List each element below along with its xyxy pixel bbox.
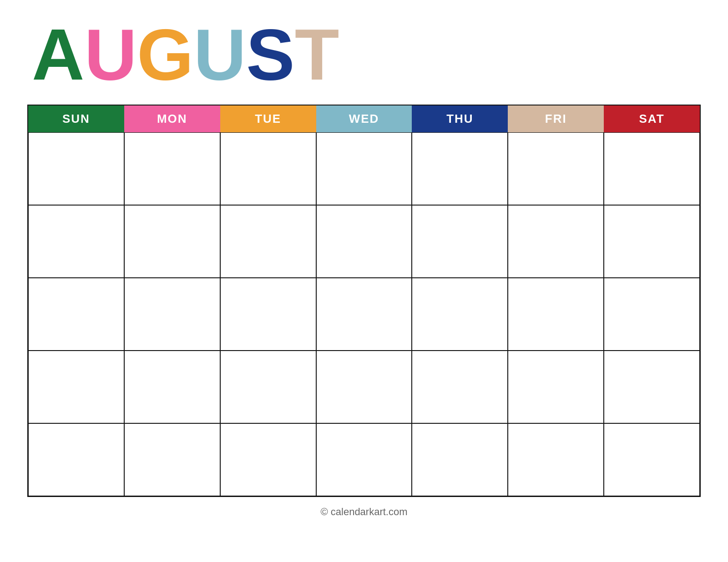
cell-r1c4[interactable] xyxy=(316,132,412,205)
calendar: SUN MON TUE WED THU FRI SAT xyxy=(27,105,701,497)
header-sat: SAT xyxy=(604,105,700,132)
cell-r1c5[interactable] xyxy=(412,132,508,205)
footer-text: © calendarkart.com xyxy=(320,506,407,517)
letter-G: G xyxy=(137,18,193,91)
cell-r2c2[interactable] xyxy=(124,205,220,278)
cell-r5c1[interactable] xyxy=(28,423,124,496)
cell-r4c6[interactable] xyxy=(508,351,604,423)
cell-r1c1[interactable] xyxy=(28,132,124,205)
letter-S: S xyxy=(246,18,295,91)
month-title: A U G U S T xyxy=(32,18,339,91)
cell-r2c5[interactable] xyxy=(412,205,508,278)
cell-r3c6[interactable] xyxy=(508,278,604,351)
cell-r5c7[interactable] xyxy=(604,423,700,496)
cell-r5c6[interactable] xyxy=(508,423,604,496)
cell-r3c7[interactable] xyxy=(604,278,700,351)
calendar-body xyxy=(28,132,700,496)
letter-A: A xyxy=(32,18,85,91)
cell-r4c7[interactable] xyxy=(604,351,700,423)
header-tue: TUE xyxy=(220,105,316,132)
cell-r1c3[interactable] xyxy=(220,132,316,205)
calendar-header: SUN MON TUE WED THU FRI SAT xyxy=(28,105,700,132)
cell-r4c3[interactable] xyxy=(220,351,316,423)
cell-r4c2[interactable] xyxy=(124,351,220,423)
letter-T: T xyxy=(295,18,339,91)
cell-r1c7[interactable] xyxy=(604,132,700,205)
header-wed: WED xyxy=(316,105,412,132)
cell-r2c6[interactable] xyxy=(508,205,604,278)
cell-r2c3[interactable] xyxy=(220,205,316,278)
cell-r1c6[interactable] xyxy=(508,132,604,205)
footer: © calendarkart.com xyxy=(27,506,701,518)
cell-r4c4[interactable] xyxy=(316,351,412,423)
header-sun: SUN xyxy=(28,105,124,132)
cell-r5c3[interactable] xyxy=(220,423,316,496)
cell-r2c4[interactable] xyxy=(316,205,412,278)
cell-r3c1[interactable] xyxy=(28,278,124,351)
cell-r4c1[interactable] xyxy=(28,351,124,423)
cell-r5c5[interactable] xyxy=(412,423,508,496)
cell-r1c2[interactable] xyxy=(124,132,220,205)
cell-r2c1[interactable] xyxy=(28,205,124,278)
header-fri: FRI xyxy=(508,105,604,132)
cell-r3c5[interactable] xyxy=(412,278,508,351)
header-mon: MON xyxy=(124,105,220,132)
cell-r2c7[interactable] xyxy=(604,205,700,278)
cell-r3c3[interactable] xyxy=(220,278,316,351)
page-container: A U G U S T SUN MON TUE WED THU FRI SAT xyxy=(27,18,701,518)
cell-r5c4[interactable] xyxy=(316,423,412,496)
letter-U2: U xyxy=(194,18,247,91)
letter-U: U xyxy=(85,18,137,91)
cell-r3c4[interactable] xyxy=(316,278,412,351)
header-thu: THU xyxy=(412,105,508,132)
cell-r4c5[interactable] xyxy=(412,351,508,423)
cell-r5c2[interactable] xyxy=(124,423,220,496)
cell-r3c2[interactable] xyxy=(124,278,220,351)
